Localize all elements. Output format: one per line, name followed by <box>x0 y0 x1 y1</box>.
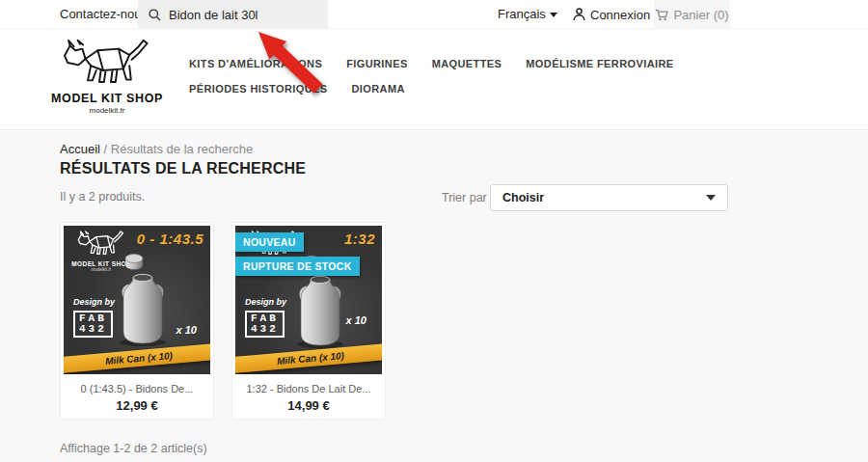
breadcrumb: Accueil / Résultats de la recherche <box>60 142 253 156</box>
results-range: Affichage 1-2 de 2 article(s) <box>60 442 207 455</box>
design-by-label: Design by <box>73 297 115 307</box>
fab-line2: 432 <box>251 324 279 335</box>
cart-icon <box>655 9 668 21</box>
quantity-label: x 10 <box>346 314 366 326</box>
badge-new: NOUVEAU <box>235 232 304 252</box>
milk-can-image <box>106 249 179 349</box>
product-card[interactable]: MODEL KIT SHOP modelkit.fr 0 - 1:43.5 <box>60 222 214 420</box>
nav-item-diorama[interactable]: DIORAMA <box>352 83 405 95</box>
content-area: Accueil / Résultats de la recherche RÉSU… <box>0 131 868 462</box>
topbar: Contactez-nous Français Connexion Panier… <box>0 0 868 29</box>
breadcrumb-separator: / <box>104 142 108 156</box>
nav-item-modelisme[interactable]: MODÉLISME FERROVIAIRE <box>526 58 673 69</box>
fab432-logo: FAB 432 <box>73 311 113 338</box>
products-count: Il y a 2 produits. <box>60 190 145 204</box>
product-image[interactable]: 1:32 NOUVEAU <box>235 226 382 374</box>
login-link[interactable]: Connexion <box>573 0 650 29</box>
fab-line2: 432 <box>79 324 107 335</box>
breadcrumb-current: Résultats de la recherche <box>111 142 253 156</box>
product-card[interactable]: 1:32 NOUVEAU <box>231 222 386 420</box>
product-name[interactable]: 0 (1:43.5) - Bidons De... <box>64 383 210 394</box>
nav-item-figurines[interactable]: FIGURINES <box>346 58 408 69</box>
sort-dropdown[interactable]: Choisir <box>490 184 728 211</box>
annotation-arrow-icon <box>249 24 336 101</box>
search-input[interactable] <box>169 8 323 22</box>
login-label: Connexion <box>590 8 650 22</box>
language-label: Français <box>498 7 546 21</box>
badge-out-of-stock: RUPTURE DE STOCK <box>235 257 360 276</box>
scale-label: 1:32 <box>344 231 375 247</box>
product-price: 12,99 € <box>64 398 210 413</box>
scale-label: 0 - 1:43.5 <box>137 231 203 247</box>
language-selector[interactable]: Français <box>498 0 557 29</box>
product-name[interactable]: 1:32 - Bidons De Lait De... <box>235 383 382 394</box>
cart-button[interactable]: Panier (0) <box>654 0 730 29</box>
chevron-down-icon <box>550 13 557 17</box>
cart-label: Panier (0) <box>673 8 728 22</box>
sort-label: Trier par : <box>442 191 494 204</box>
product-price: 14,99 € <box>235 398 382 413</box>
product-image[interactable]: MODEL KIT SHOP modelkit.fr 0 - 1:43.5 <box>64 226 210 374</box>
breadcrumb-home[interactable]: Accueil <box>60 142 100 156</box>
logo-subtitle: modelkit.fr <box>50 106 164 115</box>
header: MODEL KIT SHOP modelkit.fr KITS D'AMÉLIO… <box>0 29 868 130</box>
logo-title: MODEL KIT SHOP <box>50 92 164 105</box>
user-icon <box>573 8 585 21</box>
design-by-label: Design by <box>245 297 286 307</box>
contact-link[interactable]: Contactez-nous <box>60 0 148 29</box>
chevron-down-icon <box>706 195 716 201</box>
product-info: 0 (1:43.5) - Bidons De... 12,99 € <box>64 374 210 419</box>
quantity-label: x 10 <box>176 324 197 336</box>
shop-logo[interactable]: MODEL KIT SHOP modelkit.fr <box>50 39 164 115</box>
fab432-logo: FAB 432 <box>245 311 285 338</box>
cat-logo-icon <box>57 39 157 87</box>
page-title: RÉSULTATS DE LA RECHERCHE <box>60 160 306 177</box>
sort-value: Choisir <box>502 191 544 204</box>
search-icon <box>149 9 161 21</box>
product-info: 1:32 - Bidons De Lait De... 14,99 € <box>235 374 382 419</box>
nav-item-maquettes[interactable]: MAQUETTES <box>432 58 502 69</box>
